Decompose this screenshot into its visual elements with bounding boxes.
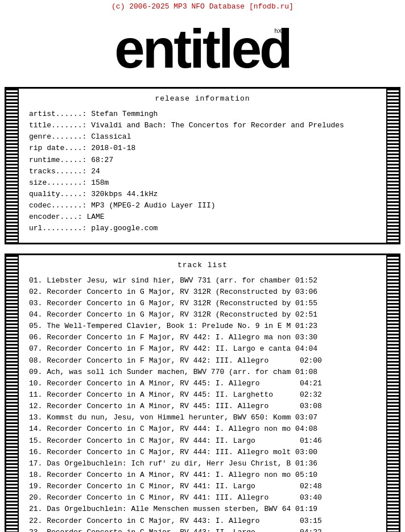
tracklist-section-outer: track list 01. Liebster Jesu, wir sind h… [5, 253, 400, 532]
top-credit: (c) 2006-2025 MP3 NFO Database [nfodb.ru… [0, 0, 405, 12]
tracklist-left-deco [6, 255, 19, 532]
logo-text: entitled [114, 18, 290, 80]
tracklist-text: 01. Liebster Jesu, wir sind hier, BWV 73… [29, 275, 376, 532]
hx-badge: hX! [274, 28, 286, 35]
logo-area: entitled hX! [0, 12, 405, 85]
tracklist-section-title: track list [29, 261, 376, 269]
release-inner: release information artist......: Stefan… [21, 89, 384, 243]
right-deco [386, 89, 399, 243]
tracklist-inner: track list 01. Liebster Jesu, wir sind h… [21, 255, 384, 532]
left-deco [6, 89, 19, 243]
release-section-outer: release information artist......: Stefan… [5, 87, 400, 244]
release-section-title: release information [29, 94, 376, 103]
tracklist-right-deco [386, 255, 399, 532]
release-info-text: artist......: Stefan Temmingh title.....… [29, 109, 376, 235]
